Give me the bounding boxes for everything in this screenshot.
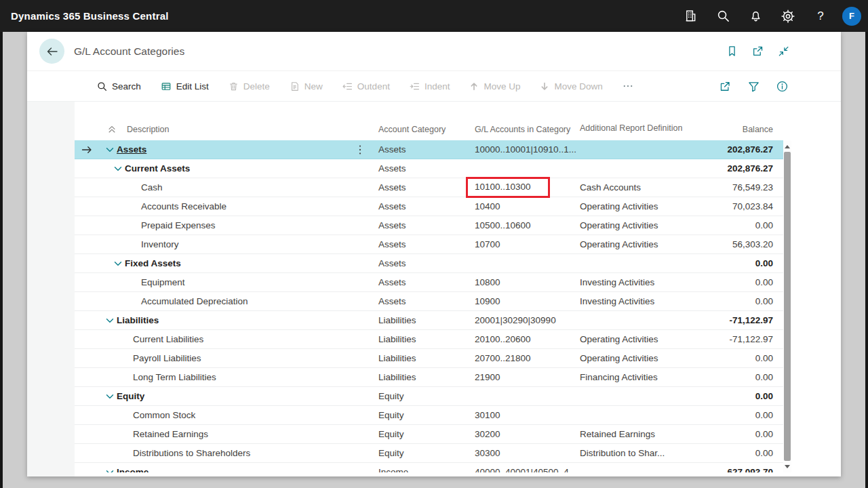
table-row[interactable]: Distributions to ShareholdersEquity30300… <box>75 444 783 463</box>
cell-account-category[interactable]: Assets <box>373 201 471 211</box>
table-row[interactable]: Payroll LiabilitiesLiabilities20700..218… <box>75 349 783 368</box>
table-row[interactable]: Prepaid ExpensesAssets10500..10600Operat… <box>75 216 783 235</box>
cell-balance[interactable]: 0.00 <box>685 448 773 458</box>
table-row[interactable]: AssetsAssets10000..10001|10910..1...202,… <box>75 140 783 159</box>
share-icon[interactable] <box>719 81 731 92</box>
cell-report-definition[interactable]: Operating Activities <box>576 334 685 344</box>
table-row[interactable]: Accumulated DepreciationAssets10900Inves… <box>75 292 783 311</box>
cell-balance[interactable]: 202,876.27 <box>685 163 773 174</box>
cell-balance[interactable]: 56,303.20 <box>685 239 773 249</box>
cell-balance[interactable]: 76,549.23 <box>685 182 773 192</box>
cell-report-definition[interactable]: Cash Accounts <box>576 182 685 192</box>
cell-account-category[interactable]: Equity <box>373 391 471 401</box>
row-description[interactable]: Current Liabilities <box>133 334 203 344</box>
row-description[interactable]: Cash <box>141 182 163 192</box>
table-row[interactable]: EquityEquity0.00 <box>75 387 783 406</box>
chevron-down-icon[interactable] <box>114 166 122 171</box>
cell-balance[interactable]: -71,122.97 <box>685 315 773 325</box>
cell-gl-accounts[interactable]: 10800 <box>471 277 576 287</box>
table-row[interactable]: CashAssets10100..10300Cash Accounts76,54… <box>75 178 783 197</box>
cell-report-definition[interactable]: Operating Activities <box>576 353 685 363</box>
toolbar-edit-list-button[interactable]: Edit List <box>161 81 209 92</box>
cell-gl-accounts[interactable]: 10400 <box>471 201 576 211</box>
cell-balance[interactable]: 0.00 <box>685 372 773 382</box>
filter-icon[interactable] <box>748 81 760 92</box>
cell-account-category[interactable]: Liabilities <box>373 353 471 363</box>
cell-gl-accounts[interactable]: 21900 <box>471 372 576 382</box>
cell-account-category[interactable]: Assets <box>373 182 471 192</box>
cell-gl-accounts[interactable]: 30300 <box>471 448 576 458</box>
cell-account-category[interactable]: Assets <box>373 239 471 249</box>
row-context-menu-icon[interactable] <box>359 144 373 155</box>
cell-balance[interactable]: 0.00 <box>685 429 773 439</box>
cell-report-definition[interactable]: Operating Activities <box>576 201 685 211</box>
row-description[interactable]: Common Stock <box>133 410 195 420</box>
cell-gl-accounts[interactable]: 40000..40001|40500..4... <box>471 467 576 472</box>
cell-balance[interactable]: -71,122.97 <box>685 334 773 344</box>
table-row[interactable]: Current AssetsAssets202,876.27 <box>75 159 783 178</box>
avatar[interactable]: F <box>842 7 861 26</box>
cell-account-category[interactable]: Liabilities <box>373 315 471 325</box>
column-header-report-definition[interactable]: Additional Report Definition <box>576 123 685 134</box>
row-select-gutter[interactable] <box>75 146 99 154</box>
search-icon[interactable] <box>707 0 739 32</box>
cell-gl-accounts[interactable]: 10700 <box>471 239 576 249</box>
cell-balance[interactable]: 0.00 <box>685 277 773 287</box>
cell-gl-accounts[interactable]: 20001|30290|30990 <box>471 315 576 325</box>
more-options-icon[interactable] <box>623 81 633 92</box>
cell-report-definition[interactable]: Investing Activities <box>576 296 685 306</box>
toolbar-new-button[interactable]: New <box>290 81 323 92</box>
open-in-new-window-icon[interactable] <box>752 45 764 57</box>
table-row[interactable]: IncomeIncome40000..40001|40500..4...627,… <box>75 463 783 472</box>
help-icon[interactable]: ? <box>804 0 837 32</box>
collapse-all-icon[interactable] <box>107 125 117 134</box>
table-row[interactable]: Accounts ReceivableAssets10400Operating … <box>75 197 783 216</box>
cell-balance[interactable]: 0.00 <box>685 353 773 363</box>
row-description[interactable]: Prepaid Expenses <box>141 220 216 230</box>
column-header-description[interactable]: Description <box>127 125 170 134</box>
settings-icon[interactable] <box>772 0 804 32</box>
cell-gl-accounts[interactable]: 10000..10001|10910..1... <box>471 144 576 155</box>
cell-gl-accounts[interactable]: 10900 <box>471 296 576 306</box>
cell-balance[interactable]: 0.00 <box>685 391 773 401</box>
cell-report-definition[interactable]: Operating Activities <box>576 220 685 230</box>
column-header-gl-accounts[interactable]: G/L Accounts in Category <box>471 125 576 134</box>
table-row[interactable]: InventoryAssets10700Operating Activities… <box>75 235 783 254</box>
info-icon[interactable] <box>776 81 788 92</box>
toolbar-move-down-button[interactable]: Move Down <box>540 81 602 92</box>
row-description[interactable]: Retained Earnings <box>133 429 208 439</box>
row-description[interactable]: Current Assets <box>125 163 190 174</box>
toolbar-indent-button[interactable]: Indent <box>410 81 450 92</box>
cell-report-definition[interactable]: Distribution to Shar... <box>576 448 685 458</box>
cell-account-category[interactable]: Assets <box>373 144 471 155</box>
column-header-category[interactable]: Account Category <box>373 125 471 134</box>
cell-balance[interactable]: 70,023.84 <box>685 201 773 211</box>
cell-report-definition[interactable]: Operating Activities <box>576 239 685 249</box>
toolbar-move-up-button[interactable]: Move Up <box>469 81 520 92</box>
cell-balance[interactable]: 0.00 <box>685 258 773 268</box>
toolbar-delete-button[interactable]: Delete <box>229 81 270 92</box>
row-description[interactable]: Accounts Receivable <box>141 201 226 211</box>
bookmark-icon[interactable] <box>726 45 738 57</box>
row-description[interactable]: Equipment <box>141 277 185 287</box>
cell-report-definition[interactable]: Financing Activities <box>576 372 685 382</box>
back-button[interactable] <box>39 39 64 64</box>
cell-account-category[interactable]: Assets <box>373 296 471 306</box>
chevron-down-icon[interactable] <box>114 261 122 266</box>
cell-report-definition[interactable]: Investing Activities <box>576 277 685 287</box>
toolbar-search-button[interactable]: Search <box>97 81 141 92</box>
table-row[interactable]: Long Term LiabilitiesLiabilities21900Fin… <box>75 368 783 387</box>
chevron-down-icon[interactable] <box>106 470 114 473</box>
row-description[interactable]: Distributions to Shareholders <box>133 448 250 458</box>
table-row[interactable]: LiabilitiesLiabilities20001|30290|30990-… <box>75 311 783 330</box>
scrollbar-down-arrow-icon[interactable] <box>785 465 790 468</box>
cell-account-category[interactable]: Equity <box>373 448 471 458</box>
cell-account-category[interactable]: Equity <box>373 429 471 439</box>
row-description[interactable]: Inventory <box>141 239 179 249</box>
row-description[interactable]: Income <box>117 467 149 472</box>
cell-balance[interactable]: 0.00 <box>685 410 773 420</box>
cell-account-category[interactable]: Liabilities <box>373 372 471 382</box>
scrollbar-thumb[interactable] <box>784 152 791 461</box>
collapse-page-icon[interactable] <box>778 45 789 57</box>
chevron-down-icon[interactable] <box>106 394 114 399</box>
